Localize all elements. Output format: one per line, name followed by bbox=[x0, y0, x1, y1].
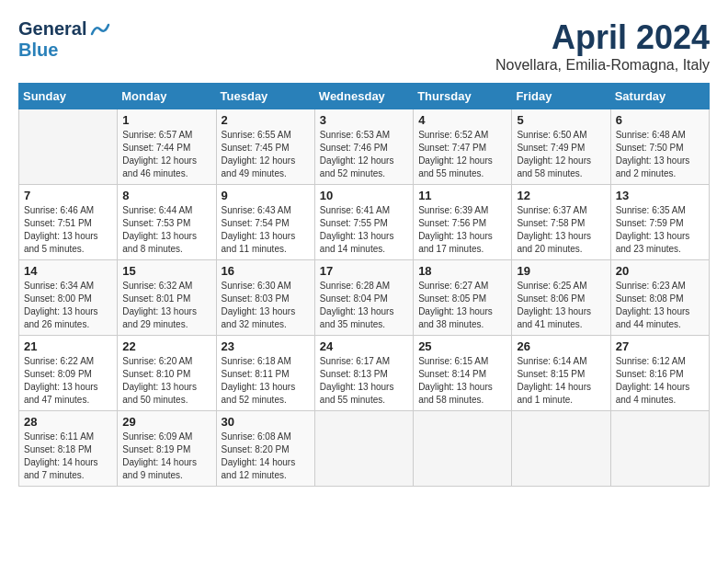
day-info: Sunrise: 6:57 AM Sunset: 7:44 PM Dayligh… bbox=[122, 129, 210, 180]
day-number: 16 bbox=[222, 264, 310, 278]
day-info: Sunrise: 6:22 AM Sunset: 8:09 PM Dayligh… bbox=[24, 355, 112, 407]
calendar-cell: 9Sunrise: 6:43 AM Sunset: 7:54 PM Daylig… bbox=[216, 185, 314, 260]
day-number: 1 bbox=[122, 113, 210, 127]
day-number: 2 bbox=[222, 113, 310, 127]
day-number: 7 bbox=[24, 189, 112, 202]
calendar-cell: 29Sunrise: 6:09 AM Sunset: 8:19 PM Dayli… bbox=[118, 411, 216, 487]
calendar-week-row: 28Sunrise: 6:11 AM Sunset: 8:18 PM Dayli… bbox=[19, 411, 710, 487]
calendar-cell: 8Sunrise: 6:44 AM Sunset: 7:53 PM Daylig… bbox=[118, 185, 216, 260]
day-info: Sunrise: 6:55 AM Sunset: 7:45 PM Dayligh… bbox=[222, 129, 310, 180]
calendar-cell: 13Sunrise: 6:35 AM Sunset: 7:59 PM Dayli… bbox=[610, 185, 709, 260]
day-number: 27 bbox=[616, 339, 704, 353]
header-cell-tuesday: Tuesday bbox=[216, 84, 314, 109]
day-info: Sunrise: 6:44 AM Sunset: 7:53 PM Dayligh… bbox=[122, 204, 210, 256]
calendar-cell: 1Sunrise: 6:57 AM Sunset: 7:44 PM Daylig… bbox=[118, 109, 216, 185]
day-number: 21 bbox=[24, 339, 112, 353]
calendar-week-row: 1Sunrise: 6:57 AM Sunset: 7:44 PM Daylig… bbox=[19, 109, 710, 185]
day-number: 3 bbox=[320, 113, 408, 127]
calendar-cell: 22Sunrise: 6:20 AM Sunset: 8:10 PM Dayli… bbox=[118, 336, 216, 411]
day-info: Sunrise: 6:15 AM Sunset: 8:14 PM Dayligh… bbox=[418, 355, 506, 407]
day-number: 12 bbox=[517, 189, 605, 202]
header-cell-monday: Monday bbox=[118, 84, 216, 109]
day-number: 14 bbox=[24, 264, 112, 278]
day-info: Sunrise: 6:52 AM Sunset: 7:47 PM Dayligh… bbox=[418, 129, 506, 180]
day-number: 4 bbox=[418, 113, 506, 127]
day-info: Sunrise: 6:43 AM Sunset: 7:54 PM Dayligh… bbox=[222, 204, 310, 256]
day-number: 13 bbox=[616, 189, 704, 202]
logo: General Blue bbox=[18, 18, 110, 61]
calendar-cell: 28Sunrise: 6:11 AM Sunset: 8:18 PM Dayli… bbox=[19, 411, 118, 487]
day-number: 5 bbox=[517, 113, 605, 127]
calendar-cell: 24Sunrise: 6:17 AM Sunset: 8:13 PM Dayli… bbox=[314, 336, 413, 411]
calendar-cell bbox=[314, 411, 413, 487]
logo-general-text: General bbox=[18, 18, 86, 40]
header-cell-saturday: Saturday bbox=[610, 84, 709, 109]
day-info: Sunrise: 6:34 AM Sunset: 8:00 PM Dayligh… bbox=[24, 280, 112, 331]
day-info: Sunrise: 6:23 AM Sunset: 8:08 PM Dayligh… bbox=[616, 280, 704, 331]
day-number: 15 bbox=[122, 264, 210, 278]
calendar-table: SundayMondayTuesdayWednesdayThursdayFrid… bbox=[18, 83, 710, 487]
calendar-cell: 16Sunrise: 6:30 AM Sunset: 8:03 PM Dayli… bbox=[216, 260, 314, 336]
day-info: Sunrise: 6:48 AM Sunset: 7:50 PM Dayligh… bbox=[616, 129, 704, 180]
calendar-cell: 5Sunrise: 6:50 AM Sunset: 7:49 PM Daylig… bbox=[512, 109, 610, 185]
day-number: 19 bbox=[517, 264, 605, 278]
calendar-cell: 27Sunrise: 6:12 AM Sunset: 8:16 PM Dayli… bbox=[610, 336, 709, 411]
calendar-cell: 4Sunrise: 6:52 AM Sunset: 7:47 PM Daylig… bbox=[414, 109, 512, 185]
day-info: Sunrise: 6:08 AM Sunset: 8:20 PM Dayligh… bbox=[222, 431, 310, 482]
calendar-header-row: SundayMondayTuesdayWednesdayThursdayFrid… bbox=[19, 84, 710, 109]
calendar-cell: 3Sunrise: 6:53 AM Sunset: 7:46 PM Daylig… bbox=[314, 109, 413, 185]
day-number: 11 bbox=[418, 189, 506, 202]
calendar-cell: 12Sunrise: 6:37 AM Sunset: 7:58 PM Dayli… bbox=[512, 185, 610, 260]
header-cell-sunday: Sunday bbox=[19, 84, 118, 109]
calendar-cell: 18Sunrise: 6:27 AM Sunset: 8:05 PM Dayli… bbox=[414, 260, 512, 336]
calendar-cell: 21Sunrise: 6:22 AM Sunset: 8:09 PM Dayli… bbox=[19, 336, 118, 411]
day-number: 28 bbox=[24, 415, 112, 429]
title-block: April 2024 Novellara, Emilia-Romagna, It… bbox=[495, 18, 710, 74]
day-info: Sunrise: 6:41 AM Sunset: 7:55 PM Dayligh… bbox=[320, 204, 408, 256]
day-number: 29 bbox=[122, 415, 210, 429]
day-number: 26 bbox=[517, 339, 605, 353]
day-info: Sunrise: 6:35 AM Sunset: 7:59 PM Dayligh… bbox=[616, 204, 704, 256]
day-number: 30 bbox=[222, 415, 310, 429]
calendar-cell: 20Sunrise: 6:23 AM Sunset: 8:08 PM Dayli… bbox=[610, 260, 709, 336]
day-number: 6 bbox=[616, 113, 704, 127]
header-cell-thursday: Thursday bbox=[414, 84, 512, 109]
calendar-cell: 2Sunrise: 6:55 AM Sunset: 7:45 PM Daylig… bbox=[216, 109, 314, 185]
day-number: 10 bbox=[320, 189, 408, 202]
day-info: Sunrise: 6:50 AM Sunset: 7:49 PM Dayligh… bbox=[517, 129, 605, 180]
calendar-cell: 19Sunrise: 6:25 AM Sunset: 8:06 PM Dayli… bbox=[512, 260, 610, 336]
day-info: Sunrise: 6:53 AM Sunset: 7:46 PM Dayligh… bbox=[320, 129, 408, 180]
day-info: Sunrise: 6:18 AM Sunset: 8:11 PM Dayligh… bbox=[222, 355, 310, 407]
day-number: 20 bbox=[616, 264, 704, 278]
day-info: Sunrise: 6:20 AM Sunset: 8:10 PM Dayligh… bbox=[122, 355, 210, 407]
header-cell-friday: Friday bbox=[512, 84, 610, 109]
day-info: Sunrise: 6:39 AM Sunset: 7:56 PM Dayligh… bbox=[418, 204, 506, 256]
page-header: General Blue April 2024 Novellara, Emili… bbox=[18, 18, 710, 74]
day-info: Sunrise: 6:09 AM Sunset: 8:19 PM Dayligh… bbox=[122, 431, 210, 482]
location-subtitle: Novellara, Emilia-Romagna, Italy bbox=[495, 57, 710, 74]
calendar-cell: 26Sunrise: 6:14 AM Sunset: 8:15 PM Dayli… bbox=[512, 336, 610, 411]
calendar-cell bbox=[414, 411, 512, 487]
calendar-cell: 6Sunrise: 6:48 AM Sunset: 7:50 PM Daylig… bbox=[610, 109, 709, 185]
day-number: 18 bbox=[418, 264, 506, 278]
day-info: Sunrise: 6:37 AM Sunset: 7:58 PM Dayligh… bbox=[517, 204, 605, 256]
calendar-week-row: 7Sunrise: 6:46 AM Sunset: 7:51 PM Daylig… bbox=[19, 185, 710, 260]
calendar-cell: 14Sunrise: 6:34 AM Sunset: 8:00 PM Dayli… bbox=[19, 260, 118, 336]
calendar-cell: 30Sunrise: 6:08 AM Sunset: 8:20 PM Dayli… bbox=[216, 411, 314, 487]
day-info: Sunrise: 6:30 AM Sunset: 8:03 PM Dayligh… bbox=[222, 280, 310, 331]
calendar-cell bbox=[512, 411, 610, 487]
calendar-cell bbox=[19, 109, 118, 185]
logo-blue-text: Blue bbox=[18, 40, 58, 61]
day-info: Sunrise: 6:12 AM Sunset: 8:16 PM Dayligh… bbox=[616, 355, 704, 407]
calendar-cell: 11Sunrise: 6:39 AM Sunset: 7:56 PM Dayli… bbox=[414, 185, 512, 260]
day-info: Sunrise: 6:32 AM Sunset: 8:01 PM Dayligh… bbox=[122, 280, 210, 331]
day-info: Sunrise: 6:14 AM Sunset: 8:15 PM Dayligh… bbox=[517, 355, 605, 407]
calendar-cell: 15Sunrise: 6:32 AM Sunset: 8:01 PM Dayli… bbox=[118, 260, 216, 336]
day-info: Sunrise: 6:11 AM Sunset: 8:18 PM Dayligh… bbox=[24, 431, 112, 482]
day-number: 17 bbox=[320, 264, 408, 278]
day-info: Sunrise: 6:17 AM Sunset: 8:13 PM Dayligh… bbox=[320, 355, 408, 407]
calendar-cell: 23Sunrise: 6:18 AM Sunset: 8:11 PM Dayli… bbox=[216, 336, 314, 411]
calendar-cell: 17Sunrise: 6:28 AM Sunset: 8:04 PM Dayli… bbox=[314, 260, 413, 336]
day-info: Sunrise: 6:27 AM Sunset: 8:05 PM Dayligh… bbox=[418, 280, 506, 331]
calendar-week-row: 21Sunrise: 6:22 AM Sunset: 8:09 PM Dayli… bbox=[19, 336, 710, 411]
